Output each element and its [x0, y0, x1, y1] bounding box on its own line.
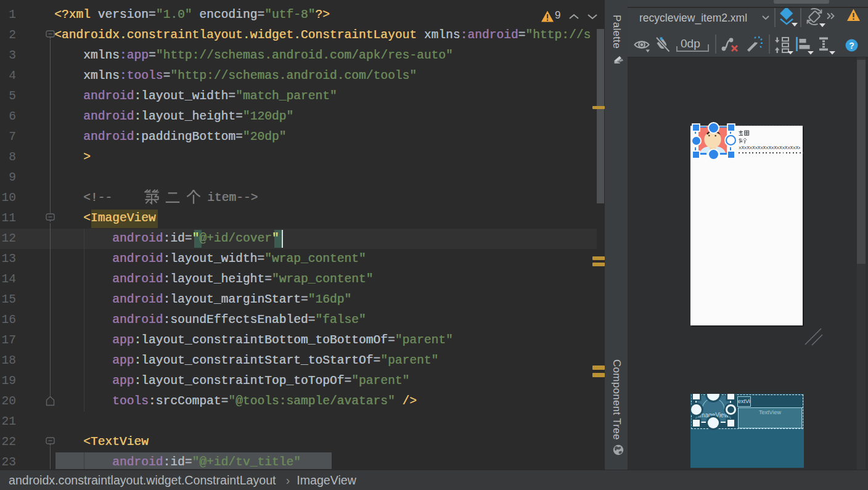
svg-text:?: ?: [849, 41, 854, 51]
